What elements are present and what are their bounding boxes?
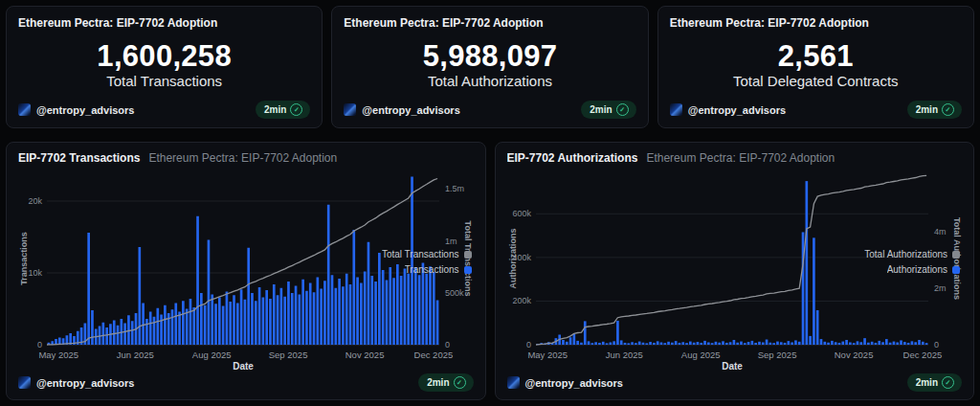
- legend-swatch: [464, 251, 472, 259]
- svg-text:May 2025: May 2025: [38, 350, 78, 360]
- refresh-badge-label: 2min: [264, 104, 286, 115]
- chart-subtitle: Ethereum Pectra: EIP-7702 Adoption: [148, 151, 337, 165]
- svg-text:Jun 2025: Jun 2025: [605, 350, 642, 360]
- chart-header: EIP-7702 Authorizations Ethereum Pectra:…: [507, 151, 963, 165]
- author-avatar: [18, 376, 31, 389]
- refresh-badge[interactable]: 2min✓: [907, 373, 962, 392]
- svg-text:1m: 1m: [445, 237, 457, 246]
- refresh-badge[interactable]: 2min✓: [907, 101, 962, 119]
- dashboard-page: Ethereum Pectra: EIP-7702 Adoption 1,600…: [0, 0, 980, 406]
- card-title: Ethereum Pectra: EIP-7702 Adoption: [670, 16, 962, 30]
- kpi-row: Ethereum Pectra: EIP-7702 Adoption 1,600…: [6, 6, 974, 128]
- kpi-label: Total Transactions: [106, 73, 222, 89]
- svg-text:Dec 2025: Dec 2025: [902, 350, 942, 360]
- kpi-value: 5,988,097: [423, 41, 558, 73]
- refresh-badge-label: 2min: [427, 377, 449, 388]
- chart-title: EIP-7702 Authorizations: [507, 151, 638, 165]
- kpi-center: 5,988,097 Total Authorizations: [344, 30, 635, 101]
- svg-text:Nov 2025: Nov 2025: [834, 350, 873, 360]
- author-avatar: [18, 103, 31, 116]
- chart-legend: Total Transactions Transactions: [382, 249, 472, 275]
- svg-text:Date: Date: [722, 361, 743, 372]
- svg-text:20k: 20k: [28, 196, 42, 206]
- svg-text:1.5m: 1.5m: [445, 184, 464, 193]
- card-footer: @entropy_advisors 2min✓: [18, 101, 310, 119]
- legend-label: Authorizations: [887, 264, 947, 275]
- svg-text:Sep 2025: Sep 2025: [269, 350, 308, 360]
- svg-text:Jun 2025: Jun 2025: [117, 350, 154, 360]
- refresh-badge[interactable]: 2min✓: [256, 101, 310, 119]
- card-title: Ethereum Pectra: EIP-7702 Adoption: [344, 16, 635, 30]
- svg-text:600k: 600k: [512, 209, 531, 218]
- chart-row: EIP-7702 Transactions Ethereum Pectra: E…: [6, 142, 974, 400]
- legend-label: Total Authorizations: [864, 249, 947, 259]
- kpi-center: 2,561 Total Delegated Contracts: [670, 30, 962, 101]
- refresh-badge[interactable]: 2min✓: [418, 373, 473, 392]
- author-handle[interactable]: @entropy_advisors: [36, 104, 134, 116]
- author-avatar: [670, 103, 682, 116]
- kpi-card-total-delegated-contracts: Ethereum Pectra: EIP-7702 Adoption 2,561…: [657, 6, 974, 128]
- legend-item-authorizations[interactable]: Authorizations: [887, 264, 960, 275]
- refresh-badge-label: 2min: [590, 104, 612, 115]
- card-title: Ethereum Pectra: EIP-7702 Adoption: [18, 16, 310, 30]
- card-footer: @entropy_advisors 2min✓: [670, 101, 962, 119]
- card-footer: @entropy_advisors 2min✓: [507, 373, 963, 392]
- check-icon: ✓: [616, 103, 629, 116]
- chart-card-transactions: EIP-7702 Transactions Ethereum Pectra: E…: [6, 142, 486, 400]
- legend-item-total-transactions[interactable]: Total Transactions: [382, 249, 472, 259]
- svg-text:Date: Date: [233, 361, 254, 372]
- svg-text:200k: 200k: [512, 296, 531, 305]
- svg-text:Authorizations: Authorizations: [508, 229, 518, 289]
- svg-text:Dec 2025: Dec 2025: [414, 350, 454, 360]
- svg-text:Aug 2025: Aug 2025: [192, 350, 232, 360]
- legend-swatch: [952, 251, 960, 259]
- svg-text:10k: 10k: [28, 268, 42, 278]
- check-icon: ✓: [942, 103, 954, 116]
- svg-text:Sep 2025: Sep 2025: [757, 350, 796, 360]
- kpi-card-total-transactions: Ethereum Pectra: EIP-7702 Adoption 1,600…: [6, 6, 323, 128]
- svg-text:Transactions: Transactions: [19, 232, 29, 285]
- svg-text:0: 0: [445, 340, 450, 350]
- chart-title: EIP-7702 Transactions: [18, 151, 140, 165]
- refresh-badge[interactable]: 2min✓: [581, 101, 635, 119]
- card-footer: @entropy_advisors 2min✓: [344, 101, 635, 119]
- card-footer: @entropy_advisors 2min✓: [18, 373, 474, 392]
- legend-label: Total Transactions: [382, 249, 459, 259]
- check-icon: ✓: [454, 376, 466, 389]
- svg-text:Aug 2025: Aug 2025: [680, 350, 720, 360]
- check-icon: ✓: [290, 103, 302, 116]
- refresh-badge-label: 2min: [916, 104, 938, 115]
- legend-item-transactions[interactable]: Transactions: [405, 264, 472, 275]
- kpi-label: Total Authorizations: [428, 73, 552, 89]
- kpi-label: Total Delegated Contracts: [733, 73, 899, 89]
- check-icon: ✓: [942, 376, 954, 389]
- kpi-center: 1,600,258 Total Transactions: [18, 30, 310, 101]
- svg-text:0: 0: [934, 340, 939, 350]
- legend-swatch: [464, 266, 472, 274]
- svg-text:Nov 2025: Nov 2025: [345, 350, 385, 360]
- chart-subtitle: Ethereum Pectra: EIP-7702 Adoption: [646, 151, 835, 165]
- legend-label: Transactions: [405, 264, 459, 275]
- svg-text:May 2025: May 2025: [527, 350, 568, 360]
- author-avatar: [344, 103, 356, 116]
- author-handle[interactable]: @entropy_advisors: [36, 377, 134, 389]
- refresh-badge-label: 2min: [916, 377, 938, 388]
- plot-area-authorizations[interactable]: Total Authorizations Authorizations 0200…: [507, 167, 963, 373]
- author-handle[interactable]: @entropy_advisors: [688, 104, 786, 116]
- plot-area-transactions[interactable]: Total Transactions Transactions 010k20k0…: [18, 167, 474, 373]
- author-handle[interactable]: @entropy_advisors: [362, 104, 459, 116]
- svg-text:0: 0: [525, 340, 530, 350]
- chart-header: EIP-7702 Transactions Ethereum Pectra: E…: [18, 151, 474, 165]
- svg-text:0: 0: [37, 340, 42, 350]
- chart-legend: Total Authorizations Authorizations: [864, 249, 960, 275]
- author-handle[interactable]: @entropy_advisors: [525, 377, 623, 389]
- kpi-value: 2,561: [778, 41, 854, 73]
- legend-swatch: [952, 266, 960, 274]
- kpi-card-total-authorizations: Ethereum Pectra: EIP-7702 Adoption 5,988…: [331, 6, 648, 128]
- legend-item-total-authorizations[interactable]: Total Authorizations: [864, 249, 960, 259]
- kpi-value: 1,600,258: [97, 41, 232, 73]
- author-avatar: [507, 376, 520, 389]
- svg-text:2m: 2m: [934, 283, 947, 293]
- svg-text:4m: 4m: [934, 227, 947, 237]
- svg-text:500k: 500k: [445, 288, 464, 298]
